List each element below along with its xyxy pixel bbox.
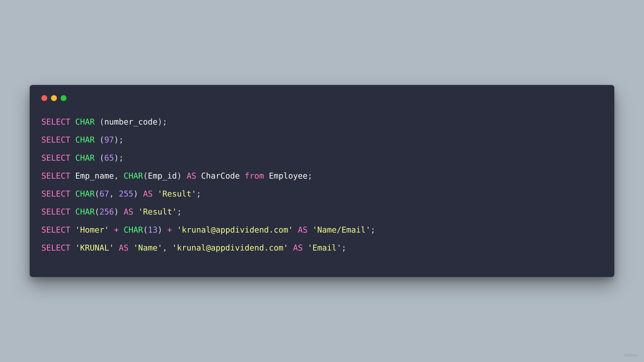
minimize-icon[interactable] [51, 95, 57, 101]
code-token-pn [70, 153, 75, 163]
code-token-fn: CHAR [75, 117, 94, 126]
code-token-fn: CHAR [75, 207, 94, 216]
code-token-kw: SELECT [41, 189, 70, 198]
code-token-str: 'Name' [133, 243, 162, 252]
code-token-pn [133, 207, 138, 216]
code-token-pn [114, 243, 119, 252]
code-token-pn [70, 171, 75, 181]
zoom-icon[interactable] [61, 95, 66, 101]
code-token-str: 'Result' [138, 207, 177, 216]
code-token-pn [70, 243, 75, 252]
code-token-pn: ( [94, 117, 104, 126]
code-token-pn: ) [133, 189, 143, 198]
code-token-fn: CHAR [124, 225, 143, 234]
code-token-pn: ) [177, 171, 186, 181]
code-token-kw: SELECT [41, 153, 70, 163]
code-token-pn: ); [114, 135, 124, 144]
code-token-kw: SELECT [41, 117, 70, 126]
code-token-num: 256 [100, 207, 114, 216]
code-token-op: + [167, 225, 172, 234]
code-token-kw: AS [293, 243, 303, 252]
code-token-pn: ); [158, 117, 167, 126]
code-token-str: 'KRUNAL' [75, 243, 114, 252]
code-token-num: 67 [100, 189, 109, 198]
code-token-fn: CHAR [75, 153, 94, 163]
code-token-pn: ) [114, 207, 124, 216]
code-token-pn [70, 189, 75, 198]
code-line: SELECT Emp_name, CHAR(Emp_id) AS CharCod… [41, 170, 603, 182]
code-token-op: + [114, 225, 119, 234]
window-titlebar [41, 95, 603, 101]
code-token-pn: ; [177, 207, 182, 216]
code-token-kw: AS [119, 243, 128, 252]
code-token-kw: AS [298, 225, 308, 234]
code-window: SELECT CHAR (number_code);SELECT CHAR (9… [30, 85, 614, 277]
code-token-kw: SELECT [41, 171, 70, 181]
code-token-kw: SELECT [41, 243, 70, 252]
code-token-id: Emp_name [75, 171, 114, 181]
code-token-str: 'Email' [308, 243, 342, 252]
watermark: carbon [624, 353, 638, 358]
code-token-pn [70, 117, 75, 126]
code-token-pn: ; [308, 171, 312, 181]
code-token-fn: CHAR [75, 135, 94, 144]
code-token-pn [119, 225, 124, 234]
code-line: SELECT 'Homer' + CHAR(13) + 'krunal@appd… [41, 224, 603, 236]
code-token-pn: ( [94, 153, 104, 163]
code-token-pn: ( [143, 225, 148, 234]
code-block: SELECT CHAR (number_code);SELECT CHAR (9… [41, 116, 603, 254]
code-token-num: 97 [104, 135, 114, 144]
code-line: SELECT CHAR (65); [41, 152, 603, 164]
code-line: SELECT 'KRUNAL' AS 'Name', 'krunal@appdi… [41, 242, 603, 254]
code-token-str: 'krunal@appdividend.com' [177, 225, 293, 234]
code-token-kw: AS [124, 207, 133, 216]
code-token-kw: SELECT [41, 207, 70, 216]
code-token-pn: ( [94, 207, 100, 216]
code-token-id: CharCode [201, 171, 240, 181]
code-token-num: 255 [119, 189, 133, 198]
code-token-pn: ); [114, 153, 124, 163]
code-token-pn [172, 225, 177, 234]
code-token-pn: ; [370, 225, 375, 234]
code-token-pn [196, 171, 201, 181]
code-token-fn: CHAR [75, 189, 94, 198]
code-token-str: 'Result' [158, 189, 196, 198]
code-line: SELECT CHAR(256) AS 'Result'; [41, 205, 603, 218]
code-token-pn: , [162, 243, 172, 252]
code-token-pn: , [109, 189, 119, 198]
code-token-pn: ; [196, 189, 201, 198]
code-token-id: Emp_id [148, 171, 177, 181]
code-token-kw: SELECT [41, 225, 70, 234]
code-token-pn [70, 207, 75, 216]
code-token-pn [303, 243, 308, 252]
code-token-pn: ( [94, 135, 104, 144]
code-token-pn [293, 225, 298, 234]
code-token-kw: AS [143, 189, 152, 198]
code-token-fn: CHAR [124, 171, 143, 181]
code-token-pn: , [114, 171, 124, 181]
code-token-pn [288, 243, 293, 252]
code-token-pn: ( [94, 189, 100, 198]
code-token-id: Employee [269, 171, 308, 181]
code-token-pn [153, 189, 158, 198]
code-token-str: 'Homer' [75, 225, 109, 234]
code-token-id: number_code [104, 117, 158, 126]
code-token-str: 'krunal@appdividend.com' [172, 243, 288, 252]
code-token-kw: AS [186, 171, 196, 181]
code-token-pn [128, 243, 133, 252]
code-token-pn: ; [342, 243, 346, 252]
code-token-kw: from [245, 171, 264, 181]
code-token-num: 65 [104, 153, 114, 163]
code-line: SELECT CHAR(67, 255) AS 'Result'; [41, 187, 603, 200]
code-token-str: 'Name/Email' [312, 225, 370, 234]
code-line: SELECT CHAR (97); [41, 134, 603, 146]
code-token-pn [264, 171, 269, 181]
code-token-pn [109, 225, 114, 234]
code-token-pn: ) [158, 225, 167, 234]
code-token-pn: ( [143, 171, 148, 181]
code-token-pn [308, 225, 312, 234]
close-icon[interactable] [41, 95, 47, 101]
code-token-num: 13 [148, 225, 158, 234]
code-token-pn [70, 225, 75, 234]
code-token-pn [70, 135, 75, 144]
